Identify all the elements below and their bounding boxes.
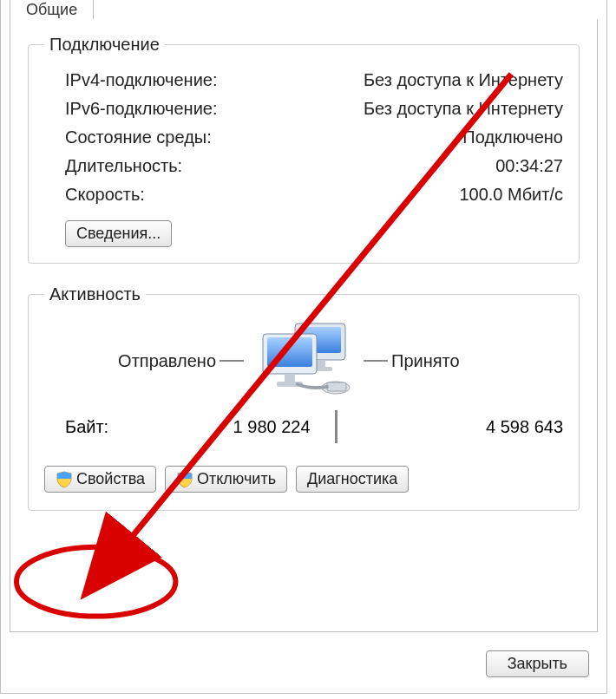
shield-icon bbox=[56, 471, 73, 488]
row-ipv4: IPv4-подключение: Без доступа к Интернет… bbox=[44, 70, 563, 90]
dash-right bbox=[364, 360, 388, 362]
tab-strip: Общие bbox=[1, 0, 606, 19]
speed-label: Скорость: bbox=[44, 185, 145, 205]
close-button-label: Закрыть bbox=[508, 655, 567, 673]
disable-button-label: Отключить bbox=[197, 470, 276, 488]
close-button[interactable]: Закрыть bbox=[486, 650, 589, 677]
received-label: Принято bbox=[391, 351, 563, 371]
tab-panel: Подключение IPv4-подключение: Без доступ… bbox=[10, 19, 598, 632]
bytes-label: Байт: bbox=[44, 417, 108, 437]
activity-group: Активность Отправлено bbox=[28, 284, 580, 511]
bytes-sent-value: 1 980 224 bbox=[108, 417, 310, 437]
row-duration: Длительность: 00:34:27 bbox=[44, 156, 563, 176]
row-ipv6: IPv6-подключение: Без доступа к Интернет… bbox=[44, 99, 563, 119]
ipv6-value: Без доступа к Интернету bbox=[364, 99, 563, 119]
network-monitors-icon bbox=[247, 322, 360, 400]
connection-group: Подключение IPv4-подключение: Без доступ… bbox=[28, 35, 580, 264]
tab-general-label: Общие bbox=[26, 1, 77, 18]
bytes-received-value: 4 598 643 bbox=[362, 417, 563, 437]
activity-buttons: Свойства Отключить Диагностика bbox=[44, 466, 563, 493]
details-button[interactable]: Сведения... bbox=[65, 220, 172, 247]
diagnose-button-label: Диагностика bbox=[307, 470, 397, 488]
details-button-label: Сведения... bbox=[76, 225, 161, 243]
row-speed: Скорость: 100.0 Мбит/с bbox=[44, 185, 563, 205]
bytes-separator bbox=[335, 410, 337, 443]
shield-icon bbox=[176, 471, 193, 488]
sent-label: Отправлено bbox=[44, 351, 216, 371]
diagnose-button[interactable]: Диагностика bbox=[296, 466, 409, 493]
svg-rect-6 bbox=[285, 374, 295, 382]
ipv6-label: IPv6-подключение: bbox=[44, 99, 218, 119]
disable-button[interactable]: Отключить bbox=[165, 466, 287, 493]
duration-label: Длительность: bbox=[44, 156, 182, 176]
dash-left bbox=[220, 360, 244, 362]
properties-button-label: Свойства bbox=[76, 470, 145, 488]
bytes-row: Байт: 1 980 224 4 598 643 bbox=[44, 410, 563, 443]
speed-value: 100.0 Мбит/с bbox=[459, 185, 563, 205]
ipv4-value: Без доступа к Интернету bbox=[364, 70, 563, 90]
row-media: Состояние среды: Подключено bbox=[44, 127, 563, 147]
properties-button[interactable]: Свойства bbox=[44, 466, 156, 493]
media-value: Подключено bbox=[462, 127, 563, 147]
svg-rect-9 bbox=[327, 382, 346, 391]
activity-header: Отправлено bbox=[44, 322, 563, 400]
media-label: Состояние среды: bbox=[44, 127, 212, 147]
activity-legend: Активность bbox=[44, 284, 146, 304]
ipv4-label: IPv4-подключение: bbox=[44, 70, 218, 90]
duration-value: 00:34:27 bbox=[495, 156, 563, 176]
connection-status-dialog: Общие Подключение IPv4-подключение: Без … bbox=[0, 0, 607, 694]
svg-rect-5 bbox=[267, 337, 312, 367]
connection-legend: Подключение bbox=[44, 35, 165, 55]
dialog-footer: Закрыть bbox=[486, 650, 589, 677]
